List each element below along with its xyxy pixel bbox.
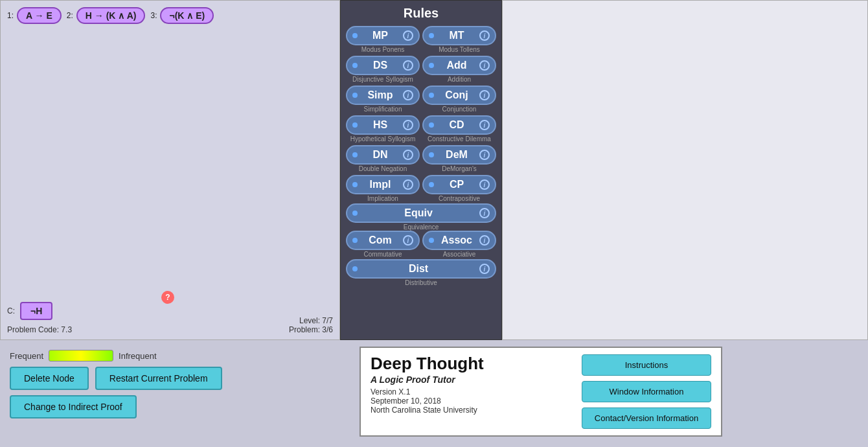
rule-dot-icon <box>429 152 434 157</box>
rule-abbr: Impl <box>358 179 403 190</box>
info-icon[interactable]: i <box>403 235 413 246</box>
rule-button-impl[interactable]: Impli <box>346 175 420 194</box>
rule-button-equiv[interactable]: Equivi <box>346 203 496 223</box>
delete-node-button[interactable]: Delete Node <box>10 367 89 390</box>
frequency-bar <box>49 350 113 361</box>
rule-full-name: Contrapositive <box>439 195 480 202</box>
rule-abbr: Com <box>358 235 403 246</box>
rule-button-add[interactable]: Addi <box>422 56 496 75</box>
dt-info: Deep Thought A Logic Proof Tutor Version… <box>371 354 572 415</box>
rule-wrap-add: AddiAddition <box>422 56 496 83</box>
conclusion-label: C: <box>7 306 15 315</box>
rules-title: Rules <box>404 6 439 21</box>
rule-button-dn[interactable]: DNi <box>346 145 420 165</box>
rule-dot-icon <box>429 63 434 68</box>
rule-full-name: Associative <box>443 251 476 258</box>
info-icon[interactable]: i <box>403 120 413 130</box>
info-icon[interactable]: i <box>479 264 490 274</box>
restart-button[interactable]: Restart Current Problem <box>95 367 222 390</box>
rule-full-name: Equivalence <box>404 224 439 231</box>
rule-dot-icon <box>429 238 434 243</box>
info-icon[interactable]: i <box>403 60 413 71</box>
rule-dot-icon <box>352 93 358 98</box>
rule-dot-icon <box>352 63 358 68</box>
rule-wrap-impl: ImpliImplication <box>346 175 420 202</box>
rule-full-name: Hypothetical Syllogism <box>350 135 416 143</box>
rule-abbr: MP <box>358 30 403 41</box>
rule-full-name: Constructive Dilemma <box>428 135 491 143</box>
rule-abbr: HS <box>358 119 403 131</box>
info-icon[interactable]: i <box>403 30 413 41</box>
info-icon[interactable]: i <box>403 179 413 190</box>
dt-date: September 10, 2018 <box>371 396 572 406</box>
rule-dot-icon <box>352 182 358 187</box>
rule-wrap-equiv: EquiviEquivalence <box>346 203 496 231</box>
rule-dot-icon <box>429 93 434 98</box>
rule-full-name: Modus Tollens <box>439 46 480 53</box>
info-icon[interactable]: i <box>403 150 413 160</box>
rule-button-dist[interactable]: Disti <box>346 259 496 279</box>
right-area <box>502 0 868 340</box>
premise-formula[interactable]: ¬(K ∧ E) <box>160 7 214 24</box>
rule-button-conj[interactable]: Conji <box>422 86 496 105</box>
rule-button-hs[interactable]: HSi <box>346 115 420 135</box>
proof-footer: Problem Code: 7.3 Level: 7/7 Problem: 3/… <box>7 316 333 334</box>
info-icon[interactable]: i <box>479 30 490 41</box>
rule-wrap-simp: SimpiSimplification <box>346 86 420 113</box>
rules-grid: MPiModus PonensMTiModus TollensDSiDisjun… <box>346 26 496 202</box>
rules-panel: Rules MPiModus PonensMTiModus TollensDSi… <box>340 0 502 340</box>
rules-dist-row: DistiDistributive <box>346 259 496 286</box>
info-icon[interactable]: i <box>479 60 490 71</box>
dt-org: North Carolina State University <box>371 406 572 415</box>
info-icon[interactable]: i <box>479 235 490 246</box>
premise-formula[interactable]: H → (K ∧ A) <box>76 7 146 24</box>
info-icon[interactable]: i <box>479 90 490 100</box>
problem-code: Problem Code: 7.3 <box>7 325 72 334</box>
rule-button-com[interactable]: Comi <box>346 231 420 250</box>
rule-dot-icon <box>352 33 358 38</box>
info-icon[interactable]: i <box>479 179 490 190</box>
info-icon[interactable]: i <box>479 150 490 160</box>
rule-abbr: DN <box>358 149 403 161</box>
frequent-label: Frequent <box>10 351 43 361</box>
rule-dot-icon <box>429 122 434 128</box>
info-icon[interactable]: i <box>479 208 490 218</box>
rule-button-cd[interactable]: CDi <box>422 115 496 135</box>
rule-wrap-dist: DistiDistributive <box>346 259 496 286</box>
instructions-button[interactable]: Instructions <box>582 354 711 376</box>
rule-abbr: Assoc <box>434 235 479 246</box>
rule-button-mt[interactable]: MTi <box>422 26 496 45</box>
info-icon[interactable]: i <box>479 120 490 130</box>
change-proof-button[interactable]: Change to Indirect Proof <box>10 395 137 418</box>
level-text: Level: 7/7 <box>289 316 333 325</box>
rules-equiv-row: EquiviEquivalence <box>346 203 496 231</box>
rule-abbr: Conj <box>434 89 479 101</box>
rule-button-ds[interactable]: DSi <box>346 56 420 75</box>
rule-wrap-cd: CDiConstructive Dilemma <box>422 115 496 143</box>
premise-formula[interactable]: A → E <box>17 7 62 24</box>
premise-label: 1: <box>7 11 14 20</box>
rule-wrap-dn: DNiDouble Negation <box>346 145 420 172</box>
rule-button-simp[interactable]: Simpi <box>346 86 420 105</box>
rule-button-mp[interactable]: MPi <box>346 26 420 45</box>
bottom-left: Frequent Infrequent Delete Node Restart … <box>10 347 347 418</box>
rule-button-dem[interactable]: DeMi <box>422 145 496 165</box>
change-proof-row: Change to Indirect Proof <box>10 395 347 418</box>
rule-button-cp[interactable]: CPi <box>422 175 496 194</box>
contact-button[interactable]: Contact/Version Information <box>582 407 711 429</box>
dt-subtitle: A Logic Proof Tutor <box>371 374 572 385</box>
window-info-button[interactable]: Window Information <box>582 381 711 402</box>
rule-full-name: DeMorgan's <box>442 165 477 172</box>
dt-buttons: Instructions Window Information Contact/… <box>582 354 711 429</box>
rule-full-name: Implication <box>367 195 398 202</box>
rule-abbr: DeM <box>434 149 479 161</box>
rule-full-name: Conjunction <box>442 106 477 113</box>
rule-wrap-com: ComiCommutative <box>346 231 420 258</box>
rule-full-name: Modus Ponens <box>361 46 405 53</box>
rule-button-assoc[interactable]: Associ <box>422 231 496 250</box>
infrequent-label: Infrequent <box>119 351 157 361</box>
rule-dot-icon <box>429 33 434 38</box>
info-icon[interactable]: i <box>403 90 413 100</box>
rule-full-name: Distributive <box>405 279 437 286</box>
rule-wrap-assoc: AssociAssociative <box>422 231 496 258</box>
